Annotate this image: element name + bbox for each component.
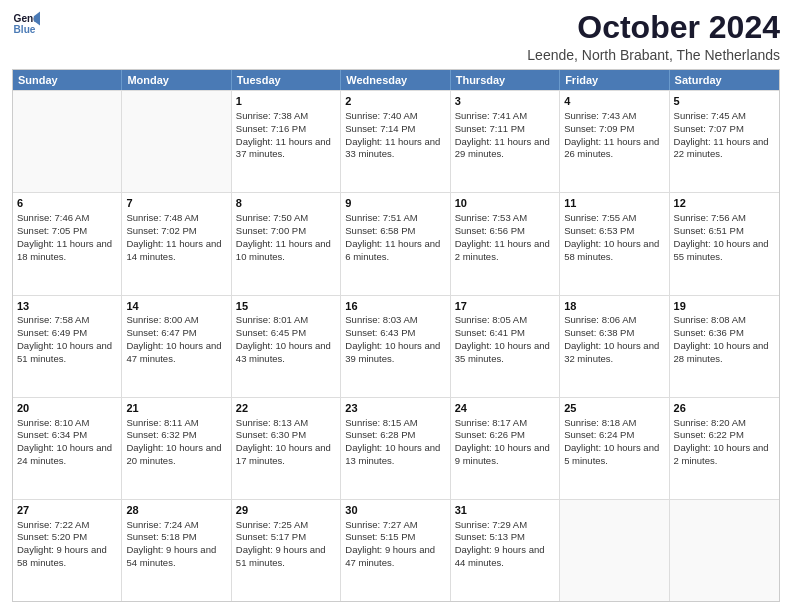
day-number: 5	[674, 94, 775, 109]
logo-icon: General Blue	[12, 10, 40, 38]
calendar-cell: 27Sunrise: 7:22 AMSunset: 5:20 PMDayligh…	[13, 500, 122, 601]
day-content: Daylight: 9 hours and 44 minutes.	[455, 544, 555, 570]
day-content: Sunrise: 8:10 AM	[17, 417, 117, 430]
day-content: Daylight: 10 hours and 51 minutes.	[17, 340, 117, 366]
header: General Blue October 2024 Leende, North …	[12, 10, 780, 63]
day-content: Daylight: 10 hours and 58 minutes.	[564, 238, 664, 264]
day-number: 17	[455, 299, 555, 314]
day-number: 7	[126, 196, 226, 211]
day-content: Sunset: 5:18 PM	[126, 531, 226, 544]
calendar-cell: 28Sunrise: 7:24 AMSunset: 5:18 PMDayligh…	[122, 500, 231, 601]
day-number: 6	[17, 196, 117, 211]
day-header-thursday: Thursday	[451, 70, 560, 90]
day-content: Sunset: 7:09 PM	[564, 123, 664, 136]
day-content: Daylight: 10 hours and 43 minutes.	[236, 340, 336, 366]
day-content: Daylight: 9 hours and 58 minutes.	[17, 544, 117, 570]
day-content: Sunrise: 7:45 AM	[674, 110, 775, 123]
day-content: Sunrise: 8:00 AM	[126, 314, 226, 327]
page: General Blue October 2024 Leende, North …	[0, 0, 792, 612]
day-content: Sunset: 5:13 PM	[455, 531, 555, 544]
calendar-body: 1Sunrise: 7:38 AMSunset: 7:16 PMDaylight…	[13, 90, 779, 601]
day-number: 18	[564, 299, 664, 314]
day-content: Sunset: 6:58 PM	[345, 225, 445, 238]
day-header-saturday: Saturday	[670, 70, 779, 90]
calendar-cell: 15Sunrise: 8:01 AMSunset: 6:45 PMDayligh…	[232, 296, 341, 397]
day-content: Sunrise: 7:27 AM	[345, 519, 445, 532]
day-content: Daylight: 10 hours and 9 minutes.	[455, 442, 555, 468]
day-content: Sunset: 6:22 PM	[674, 429, 775, 442]
calendar-cell: 11Sunrise: 7:55 AMSunset: 6:53 PMDayligh…	[560, 193, 669, 294]
day-content: Daylight: 11 hours and 10 minutes.	[236, 238, 336, 264]
calendar-cell: 26Sunrise: 8:20 AMSunset: 6:22 PMDayligh…	[670, 398, 779, 499]
day-content: Sunrise: 7:25 AM	[236, 519, 336, 532]
day-number: 1	[236, 94, 336, 109]
day-content: Sunrise: 8:13 AM	[236, 417, 336, 430]
day-content: Sunset: 7:05 PM	[17, 225, 117, 238]
calendar-cell: 7Sunrise: 7:48 AMSunset: 7:02 PMDaylight…	[122, 193, 231, 294]
day-content: Daylight: 11 hours and 26 minutes.	[564, 136, 664, 162]
calendar-cell	[122, 91, 231, 192]
day-number: 31	[455, 503, 555, 518]
day-content: Sunset: 6:47 PM	[126, 327, 226, 340]
day-content: Daylight: 10 hours and 20 minutes.	[126, 442, 226, 468]
calendar-cell: 23Sunrise: 8:15 AMSunset: 6:28 PMDayligh…	[341, 398, 450, 499]
day-content: Sunset: 5:17 PM	[236, 531, 336, 544]
day-content: Sunset: 6:45 PM	[236, 327, 336, 340]
day-number: 13	[17, 299, 117, 314]
day-content: Sunrise: 7:53 AM	[455, 212, 555, 225]
day-content: Sunset: 5:20 PM	[17, 531, 117, 544]
day-header-tuesday: Tuesday	[232, 70, 341, 90]
day-content: Sunrise: 7:41 AM	[455, 110, 555, 123]
day-number: 2	[345, 94, 445, 109]
day-content: Daylight: 10 hours and 5 minutes.	[564, 442, 664, 468]
day-content: Daylight: 10 hours and 13 minutes.	[345, 442, 445, 468]
day-content: Sunset: 6:28 PM	[345, 429, 445, 442]
day-number: 14	[126, 299, 226, 314]
day-content: Sunrise: 7:43 AM	[564, 110, 664, 123]
day-content: Daylight: 11 hours and 29 minutes.	[455, 136, 555, 162]
calendar-week-5: 27Sunrise: 7:22 AMSunset: 5:20 PMDayligh…	[13, 499, 779, 601]
day-content: Sunset: 6:26 PM	[455, 429, 555, 442]
day-number: 8	[236, 196, 336, 211]
day-number: 15	[236, 299, 336, 314]
day-content: Sunrise: 8:17 AM	[455, 417, 555, 430]
day-content: Daylight: 10 hours and 28 minutes.	[674, 340, 775, 366]
day-content: Sunrise: 7:55 AM	[564, 212, 664, 225]
day-content: Sunrise: 8:11 AM	[126, 417, 226, 430]
day-number: 21	[126, 401, 226, 416]
day-content: Sunset: 7:00 PM	[236, 225, 336, 238]
day-content: Sunset: 6:30 PM	[236, 429, 336, 442]
day-content: Daylight: 11 hours and 6 minutes.	[345, 238, 445, 264]
day-content: Sunrise: 7:51 AM	[345, 212, 445, 225]
logo: General Blue	[12, 10, 40, 38]
day-content: Sunset: 6:53 PM	[564, 225, 664, 238]
calendar-cell: 3Sunrise: 7:41 AMSunset: 7:11 PMDaylight…	[451, 91, 560, 192]
calendar-cell: 24Sunrise: 8:17 AMSunset: 6:26 PMDayligh…	[451, 398, 560, 499]
day-number: 25	[564, 401, 664, 416]
calendar-cell: 1Sunrise: 7:38 AMSunset: 7:16 PMDaylight…	[232, 91, 341, 192]
day-content: Sunset: 6:43 PM	[345, 327, 445, 340]
day-content: Daylight: 11 hours and 37 minutes.	[236, 136, 336, 162]
day-number: 22	[236, 401, 336, 416]
day-content: Sunset: 7:14 PM	[345, 123, 445, 136]
day-content: Sunrise: 7:29 AM	[455, 519, 555, 532]
day-content: Sunset: 6:56 PM	[455, 225, 555, 238]
day-content: Daylight: 10 hours and 39 minutes.	[345, 340, 445, 366]
day-number: 26	[674, 401, 775, 416]
day-content: Daylight: 11 hours and 18 minutes.	[17, 238, 117, 264]
day-content: Daylight: 11 hours and 33 minutes.	[345, 136, 445, 162]
day-content: Sunrise: 7:38 AM	[236, 110, 336, 123]
day-number: 27	[17, 503, 117, 518]
calendar-cell: 14Sunrise: 8:00 AMSunset: 6:47 PMDayligh…	[122, 296, 231, 397]
svg-text:Blue: Blue	[14, 24, 36, 35]
day-content: Sunset: 7:16 PM	[236, 123, 336, 136]
day-content: Daylight: 10 hours and 2 minutes.	[674, 442, 775, 468]
title-area: October 2024 Leende, North Brabant, The …	[527, 10, 780, 63]
day-content: Sunset: 6:38 PM	[564, 327, 664, 340]
day-number: 9	[345, 196, 445, 211]
calendar-cell: 19Sunrise: 8:08 AMSunset: 6:36 PMDayligh…	[670, 296, 779, 397]
calendar-cell	[13, 91, 122, 192]
day-content: Daylight: 11 hours and 22 minutes.	[674, 136, 775, 162]
calendar-cell: 21Sunrise: 8:11 AMSunset: 6:32 PMDayligh…	[122, 398, 231, 499]
day-number: 16	[345, 299, 445, 314]
